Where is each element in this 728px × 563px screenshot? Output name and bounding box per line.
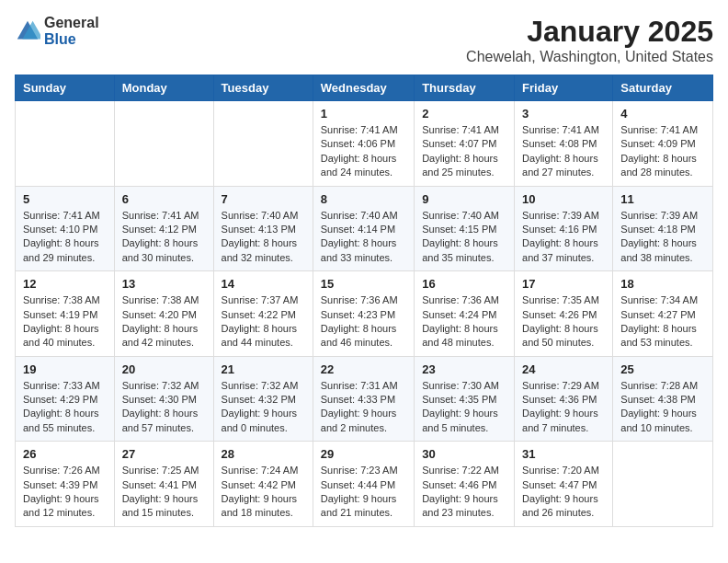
- title-area: January 2025 Chewelah, Washington, Unite…: [466, 15, 713, 65]
- day-info: Sunrise: 7:40 AM Sunset: 4:13 PM Dayligh…: [222, 209, 305, 266]
- weekday-header-monday: Monday: [114, 75, 213, 101]
- day-info: Sunrise: 7:40 AM Sunset: 4:14 PM Dayligh…: [321, 209, 406, 266]
- calendar-cell: 14Sunrise: 7:37 AM Sunset: 4:22 PM Dayli…: [213, 271, 313, 357]
- day-number: 2: [422, 107, 506, 121]
- day-info: Sunrise: 7:37 AM Sunset: 4:22 PM Dayligh…: [222, 293, 305, 350]
- day-number: 4: [620, 107, 705, 121]
- day-number: 13: [122, 277, 206, 291]
- day-info: Sunrise: 7:41 AM Sunset: 4:10 PM Dayligh…: [23, 209, 107, 266]
- day-number: 31: [522, 447, 605, 461]
- day-info: Sunrise: 7:32 AM Sunset: 4:32 PM Dayligh…: [222, 379, 305, 436]
- logo: General Blue: [15, 15, 99, 47]
- calendar-week-row: 1Sunrise: 7:41 AM Sunset: 4:06 PM Daylig…: [16, 101, 713, 187]
- day-info: Sunrise: 7:36 AM Sunset: 4:24 PM Dayligh…: [422, 293, 506, 350]
- calendar-cell: 12Sunrise: 7:38 AM Sunset: 4:19 PM Dayli…: [16, 271, 115, 357]
- day-info: Sunrise: 7:26 AM Sunset: 4:39 PM Dayligh…: [23, 464, 107, 521]
- calendar-cell: 7Sunrise: 7:40 AM Sunset: 4:13 PM Daylig…: [213, 186, 313, 271]
- calendar-cell: 4Sunrise: 7:41 AM Sunset: 4:09 PM Daylig…: [613, 101, 713, 187]
- calendar-cell: 27Sunrise: 7:25 AM Sunset: 4:41 PM Dayli…: [114, 442, 213, 527]
- day-number: 25: [620, 362, 705, 376]
- day-number: 3: [522, 107, 605, 121]
- logo-icon: [15, 18, 40, 44]
- calendar-cell: 28Sunrise: 7:24 AM Sunset: 4:42 PM Dayli…: [213, 442, 313, 527]
- calendar-cell: 11Sunrise: 7:39 AM Sunset: 4:18 PM Dayli…: [613, 186, 713, 271]
- weekday-header-thursday: Thursday: [415, 75, 515, 101]
- day-info: Sunrise: 7:41 AM Sunset: 4:09 PM Dayligh…: [620, 123, 705, 180]
- day-number: 30: [422, 447, 506, 461]
- day-number: 10: [522, 192, 605, 206]
- calendar-cell: 29Sunrise: 7:23 AM Sunset: 4:44 PM Dayli…: [313, 442, 414, 527]
- day-number: 9: [422, 192, 506, 206]
- day-number: 16: [422, 277, 506, 291]
- calendar-week-row: 19Sunrise: 7:33 AM Sunset: 4:29 PM Dayli…: [16, 356, 713, 442]
- day-number: 23: [422, 362, 506, 376]
- day-number: 17: [522, 277, 605, 291]
- day-info: Sunrise: 7:38 AM Sunset: 4:19 PM Dayligh…: [23, 293, 107, 350]
- day-info: Sunrise: 7:41 AM Sunset: 4:07 PM Dayligh…: [422, 123, 506, 180]
- day-number: 14: [222, 277, 305, 291]
- calendar-cell: [16, 101, 115, 187]
- calendar-cell: [213, 101, 313, 187]
- calendar-cell: 23Sunrise: 7:30 AM Sunset: 4:35 PM Dayli…: [415, 356, 515, 442]
- day-info: Sunrise: 7:40 AM Sunset: 4:15 PM Dayligh…: [422, 209, 506, 266]
- day-info: Sunrise: 7:35 AM Sunset: 4:26 PM Dayligh…: [522, 293, 605, 350]
- calendar-cell: 13Sunrise: 7:38 AM Sunset: 4:20 PM Dayli…: [114, 271, 213, 357]
- day-number: 6: [122, 192, 206, 206]
- calendar-cell: 15Sunrise: 7:36 AM Sunset: 4:23 PM Dayli…: [313, 271, 414, 357]
- day-info: Sunrise: 7:31 AM Sunset: 4:33 PM Dayligh…: [321, 379, 406, 436]
- day-number: 1: [321, 107, 406, 121]
- weekday-header-sunday: Sunday: [16, 75, 115, 101]
- calendar-cell: 19Sunrise: 7:33 AM Sunset: 4:29 PM Dayli…: [16, 356, 115, 442]
- day-number: 22: [321, 362, 406, 376]
- calendar-week-row: 5Sunrise: 7:41 AM Sunset: 4:10 PM Daylig…: [16, 186, 713, 271]
- day-info: Sunrise: 7:22 AM Sunset: 4:46 PM Dayligh…: [422, 464, 506, 521]
- day-number: 26: [23, 447, 107, 461]
- day-number: 20: [122, 362, 206, 376]
- calendar-cell: 3Sunrise: 7:41 AM Sunset: 4:08 PM Daylig…: [515, 101, 613, 187]
- calendar-cell: 25Sunrise: 7:28 AM Sunset: 4:38 PM Dayli…: [613, 356, 713, 442]
- day-info: Sunrise: 7:39 AM Sunset: 4:18 PM Dayligh…: [620, 209, 705, 266]
- page-header: General Blue January 2025 Chewelah, Wash…: [15, 15, 713, 65]
- weekday-header-saturday: Saturday: [613, 75, 713, 101]
- day-info: Sunrise: 7:34 AM Sunset: 4:27 PM Dayligh…: [620, 293, 705, 350]
- day-info: Sunrise: 7:23 AM Sunset: 4:44 PM Dayligh…: [321, 464, 406, 521]
- day-number: 28: [222, 447, 305, 461]
- calendar-cell: 5Sunrise: 7:41 AM Sunset: 4:10 PM Daylig…: [16, 186, 115, 271]
- day-info: Sunrise: 7:41 AM Sunset: 4:12 PM Dayligh…: [122, 209, 206, 266]
- calendar-cell: 1Sunrise: 7:41 AM Sunset: 4:06 PM Daylig…: [313, 101, 414, 187]
- day-number: 18: [620, 277, 705, 291]
- day-info: Sunrise: 7:33 AM Sunset: 4:29 PM Dayligh…: [23, 379, 107, 436]
- calendar-week-row: 12Sunrise: 7:38 AM Sunset: 4:19 PM Dayli…: [16, 271, 713, 357]
- calendar-cell: 8Sunrise: 7:40 AM Sunset: 4:14 PM Daylig…: [313, 186, 414, 271]
- calendar-cell: 20Sunrise: 7:32 AM Sunset: 4:30 PM Dayli…: [114, 356, 213, 442]
- weekday-header-friday: Friday: [515, 75, 613, 101]
- month-title: January 2025: [466, 15, 713, 49]
- day-info: Sunrise: 7:32 AM Sunset: 4:30 PM Dayligh…: [122, 379, 206, 436]
- day-info: Sunrise: 7:20 AM Sunset: 4:47 PM Dayligh…: [522, 464, 605, 521]
- calendar-cell: [613, 442, 713, 527]
- day-info: Sunrise: 7:41 AM Sunset: 4:08 PM Dayligh…: [522, 123, 605, 180]
- day-number: 24: [522, 362, 605, 376]
- calendar-cell: 21Sunrise: 7:32 AM Sunset: 4:32 PM Dayli…: [213, 356, 313, 442]
- day-number: 21: [222, 362, 305, 376]
- day-info: Sunrise: 7:29 AM Sunset: 4:36 PM Dayligh…: [522, 379, 605, 436]
- weekday-header-row: SundayMondayTuesdayWednesdayThursdayFrid…: [16, 75, 713, 101]
- calendar-cell: 18Sunrise: 7:34 AM Sunset: 4:27 PM Dayli…: [613, 271, 713, 357]
- location-title: Chewelah, Washington, United States: [466, 49, 713, 65]
- day-number: 5: [23, 192, 107, 206]
- calendar-cell: 17Sunrise: 7:35 AM Sunset: 4:26 PM Dayli…: [515, 271, 613, 357]
- day-info: Sunrise: 7:38 AM Sunset: 4:20 PM Dayligh…: [122, 293, 206, 350]
- weekday-header-wednesday: Wednesday: [313, 75, 414, 101]
- calendar-cell: 16Sunrise: 7:36 AM Sunset: 4:24 PM Dayli…: [415, 271, 515, 357]
- day-number: 11: [620, 192, 705, 206]
- day-number: 12: [23, 277, 107, 291]
- calendar-cell: 26Sunrise: 7:26 AM Sunset: 4:39 PM Dayli…: [16, 442, 115, 527]
- day-number: 7: [222, 192, 305, 206]
- calendar-cell: 24Sunrise: 7:29 AM Sunset: 4:36 PM Dayli…: [515, 356, 613, 442]
- calendar-cell: 2Sunrise: 7:41 AM Sunset: 4:07 PM Daylig…: [415, 101, 515, 187]
- day-number: 29: [321, 447, 406, 461]
- day-info: Sunrise: 7:25 AM Sunset: 4:41 PM Dayligh…: [122, 464, 206, 521]
- day-info: Sunrise: 7:24 AM Sunset: 4:42 PM Dayligh…: [222, 464, 305, 521]
- day-info: Sunrise: 7:30 AM Sunset: 4:35 PM Dayligh…: [422, 379, 506, 436]
- calendar-cell: 9Sunrise: 7:40 AM Sunset: 4:15 PM Daylig…: [415, 186, 515, 271]
